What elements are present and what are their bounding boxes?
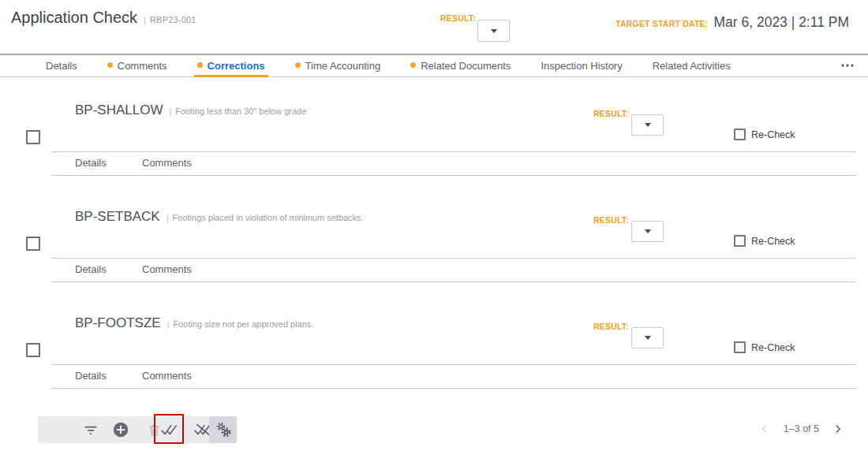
tab-related-documents[interactable]: Related Documents (410, 55, 511, 76)
recheck-control[interactable]: Re-Check (734, 129, 795, 140)
recheck-control[interactable]: Re-Check (734, 341, 795, 353)
result-dropdown[interactable] (631, 114, 664, 136)
list-toolbar (38, 416, 237, 443)
filter-icon (83, 422, 99, 438)
tab-label: Comments (118, 60, 167, 72)
title-separator: | (166, 213, 169, 222)
approve-all-button[interactable] (156, 416, 183, 443)
divider (51, 151, 856, 152)
subtab-details[interactable]: Details (75, 157, 107, 169)
more-horizontal-icon[interactable] (838, 58, 857, 73)
chevron-down-icon (645, 229, 651, 233)
target-start-label: TARGET START DATE: (615, 19, 708, 28)
chevron-right-icon[interactable] (830, 420, 846, 438)
settings-gears-icon (215, 421, 232, 438)
header-result-label: RESULT: (440, 13, 476, 23)
correction-row: BP-SETBACK | Footings placed in violatio… (0, 193, 868, 300)
recheck-checkbox[interactable] (734, 235, 746, 247)
tab-label: Inspection History (541, 60, 622, 72)
tab-related-activities[interactable]: Related Activities (653, 55, 731, 76)
header-result-dropdown[interactable] (477, 20, 510, 42)
tab-details[interactable]: Details (46, 55, 77, 76)
tab-label: Corrections (208, 60, 265, 72)
status-dot-icon (107, 62, 113, 68)
chevron-down-icon (645, 336, 651, 340)
subtab-comments[interactable]: Comments (142, 370, 192, 382)
correction-code: BP-SETBACK (75, 209, 160, 225)
correction-title-line: BP-SHALLOW | Footing less than 30" below… (75, 102, 306, 118)
tab-label: Time Accounting (305, 60, 381, 72)
title-separator: | (144, 15, 146, 24)
tab-corrections[interactable]: Corrections (197, 55, 265, 76)
pagination-range: 1–3 of 5 (784, 423, 819, 434)
correction-title-line: BP-SETBACK | Footings placed in violatio… (75, 209, 364, 225)
recheck-label: Re-Check (751, 342, 795, 353)
row-select-checkbox[interactable] (26, 343, 40, 357)
chevron-down-icon (645, 123, 651, 127)
target-start-value: Mar 6, 2023 | 2:11 PM (713, 14, 849, 31)
tab-bar: Details Comments Corrections Time Accoun… (0, 54, 868, 77)
tab-label: Related Documents (421, 60, 511, 72)
result-dropdown[interactable] (631, 221, 664, 242)
recheck-checkbox[interactable] (734, 341, 746, 353)
add-icon (112, 421, 129, 438)
divider (51, 258, 856, 259)
row-select-checkbox[interactable] (26, 130, 40, 144)
subtab-details[interactable]: Details (75, 263, 107, 275)
subtab-comments[interactable]: Comments (142, 263, 192, 275)
application-check-page: Application Check | RBP23-001 RESULT: TA… (0, 0, 868, 451)
add-button[interactable] (109, 416, 133, 443)
record-id: RBP23-001 (150, 15, 196, 24)
correction-description: Footing less than 30" below grade (175, 106, 306, 116)
correction-code: BP-SHALLOW (75, 102, 163, 118)
divider (51, 175, 856, 176)
correction-description: Footing size not per approved plans. (173, 319, 313, 329)
result-label: RESULT: (593, 109, 629, 118)
result-label: RESULT: (593, 215, 629, 225)
row-select-checkbox[interactable] (26, 237, 40, 251)
correction-title-line: BP-FOOTSZE | Footing size not per approv… (75, 315, 313, 331)
settings-button[interactable] (209, 416, 237, 443)
status-dot-icon (197, 62, 203, 68)
recheck-label: Re-Check (751, 129, 795, 140)
subtab-details[interactable]: Details (75, 370, 107, 382)
tab-inspection-history[interactable]: Inspection History (541, 55, 622, 76)
title-separator: | (167, 319, 170, 329)
approve-all-icon (159, 423, 180, 437)
divider (51, 388, 856, 389)
correction-row: BP-FOOTSZE | Footing size not per approv… (0, 300, 868, 406)
correction-description: Footings placed in violation of minimum … (173, 213, 364, 222)
title-wrap: Application Check | RBP23-001 (11, 9, 196, 27)
recheck-label: Re-Check (751, 236, 795, 247)
chevron-down-icon (491, 29, 497, 33)
recheck-checkbox[interactable] (734, 129, 746, 140)
tab-time-accounting[interactable]: Time Accounting (295, 55, 381, 76)
page-header: Application Check | RBP23-001 RESULT: TA… (0, 0, 868, 54)
page-title: Application Check (11, 9, 137, 27)
result-label: RESULT: (593, 322, 629, 331)
title-separator: | (169, 106, 171, 116)
subtab-comments[interactable]: Comments (142, 157, 192, 169)
status-dot-icon (295, 62, 301, 68)
tab-label: Related Activities (653, 60, 731, 72)
correction-row: BP-SHALLOW | Footing less than 30" below… (0, 87, 868, 193)
divider (51, 364, 856, 365)
result-dropdown[interactable] (631, 327, 664, 348)
tab-label: Details (46, 60, 77, 72)
filter-button[interactable] (79, 416, 103, 443)
status-dot-icon (410, 62, 416, 68)
divider (51, 281, 856, 282)
pagination: 1–3 of 5 (757, 420, 846, 438)
target-start-wrap: TARGET START DATE: Mar 6, 2023 | 2:11 PM (615, 14, 849, 31)
tab-comments[interactable]: Comments (107, 55, 167, 76)
correction-code: BP-FOOTSZE (75, 315, 161, 331)
recheck-control[interactable]: Re-Check (734, 235, 795, 247)
chevron-left-icon (757, 420, 773, 438)
